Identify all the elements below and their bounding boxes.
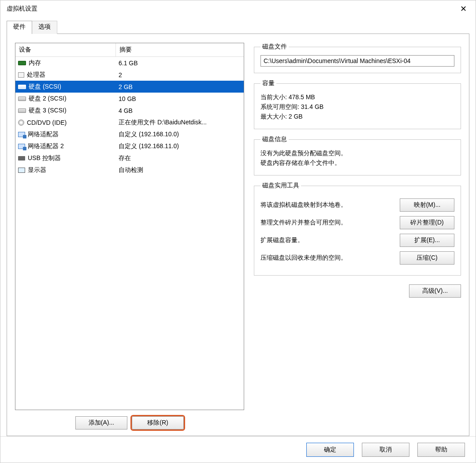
- expand-button[interactable]: 扩展(E)...: [400, 234, 454, 247]
- cancel-button[interactable]: 取消: [362, 443, 409, 457]
- device-row-net-2[interactable]: 网络适配器 2 自定义 (192.168.11.0): [15, 140, 244, 152]
- ok-button[interactable]: 确定: [306, 443, 354, 457]
- help-button[interactable]: 帮助: [417, 443, 465, 457]
- diskfile-path[interactable]: C:\Users\admin\Documents\Virtual Machine…: [260, 55, 454, 67]
- device-list: 设备 摘要 内存 6.1 GB 处理器 2 硬盘 (SCSI) 2 GB: [15, 43, 244, 410]
- capacity-legend: 容量: [260, 79, 276, 87]
- capacity-max: 最大大小: 2 GB: [260, 113, 454, 121]
- network-icon: [18, 144, 25, 149]
- summary-header: 摘要: [116, 43, 244, 56]
- tab-options[interactable]: 选项: [32, 21, 57, 34]
- advanced-button[interactable]: 高级(V)...: [409, 284, 461, 298]
- tab-hardware[interactable]: 硬件: [7, 21, 32, 34]
- diskinfo-group: 磁盘信息 没有为此硬盘预分配磁盘空间。 硬盘内容存储在单个文件中。: [254, 135, 461, 175]
- disk-utils-group: 磁盘实用工具 将该虚拟机磁盘映射到本地卷。 映射(M)... 整理文件碎片并整合…: [254, 182, 461, 276]
- device-row-usb[interactable]: USB 控制器 存在: [15, 152, 244, 164]
- cpu-icon: [18, 72, 24, 78]
- expand-desc: 扩展磁盘容量。: [260, 236, 304, 244]
- diskfile-group: 磁盘文件 C:\Users\admin\Documents\Virtual Ma…: [254, 43, 461, 73]
- display-icon: [18, 168, 25, 173]
- diskfile-legend: 磁盘文件: [260, 43, 289, 51]
- capacity-group: 容量 当前大小: 478.5 MB 系统可用空间: 31.4 GB 最大大小: …: [254, 79, 461, 129]
- network-icon: [18, 132, 25, 137]
- device-row-disk-1[interactable]: 硬盘 (SCSI) 2 GB: [15, 81, 244, 93]
- compact-button[interactable]: 压缩(C): [400, 251, 454, 265]
- disk-icon: [18, 85, 26, 89]
- device-row-display[interactable]: 显示器 自动检测: [15, 164, 244, 176]
- add-button[interactable]: 添加(A)...: [75, 416, 127, 429]
- defrag-desc: 整理文件碎片并整合可用空间。: [260, 219, 347, 227]
- device-row-cddvd[interactable]: CD/DVD (IDE) 正在使用文件 D:\BaiduNetdisk...: [15, 116, 244, 128]
- close-icon[interactable]: ✕: [454, 4, 472, 14]
- device-row-disk-2[interactable]: 硬盘 2 (SCSI) 10 GB: [15, 93, 244, 105]
- window-title: 虚拟机设置: [4, 5, 454, 13]
- usb-icon: [18, 156, 25, 161]
- device-header: 设备: [15, 43, 116, 56]
- map-desc: 将该虚拟机磁盘映射到本地卷。: [260, 201, 347, 209]
- diskinfo-line2: 硬盘内容存储在单个文件中。: [260, 159, 454, 167]
- disk-utils-legend: 磁盘实用工具: [260, 182, 301, 190]
- compact-desc: 压缩磁盘以回收未使用的空间。: [260, 254, 347, 262]
- diskinfo-legend: 磁盘信息: [260, 135, 289, 143]
- diskinfo-line1: 没有为此硬盘预分配磁盘空间。: [260, 149, 454, 157]
- map-button[interactable]: 映射(M)...: [400, 198, 454, 212]
- device-row-disk-3[interactable]: 硬盘 3 (SCSI) 4 GB: [15, 105, 244, 116]
- cd-icon: [18, 119, 24, 126]
- device-row-net-1[interactable]: 网络适配器 自定义 (192.168.10.0): [15, 128, 244, 140]
- capacity-current: 当前大小: 478.5 MB: [260, 93, 454, 101]
- remove-button[interactable]: 移除(R): [132, 416, 184, 429]
- capacity-free: 系统可用空间: 31.4 GB: [260, 103, 454, 111]
- defrag-button[interactable]: 碎片整理(D): [400, 216, 454, 229]
- disk-icon: [18, 97, 26, 101]
- device-row-memory[interactable]: 内存 6.1 GB: [15, 57, 244, 69]
- memory-icon: [18, 61, 26, 65]
- device-row-cpu[interactable]: 处理器 2: [15, 69, 244, 81]
- disk-icon: [18, 108, 26, 113]
